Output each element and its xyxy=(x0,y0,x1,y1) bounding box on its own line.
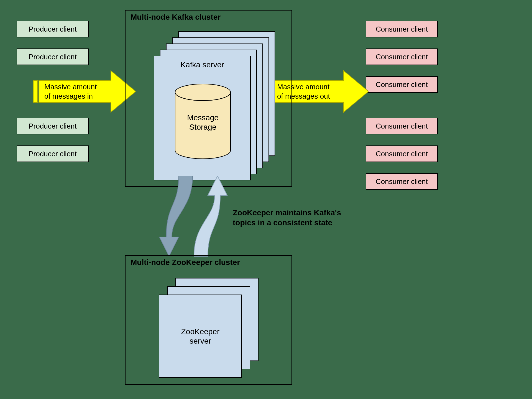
consumer-client-label: Consumer client xyxy=(376,80,428,89)
kafka-server-label: Kafka server xyxy=(154,60,250,69)
messages-in-arrow: Massive amountof messages in xyxy=(33,68,136,115)
zookeeper-cluster-title: Multi-node ZooKeeper cluster xyxy=(131,258,240,267)
message-storage-cylinder: MessageStorage xyxy=(172,83,233,160)
producer-client-label: Producer client xyxy=(29,122,76,131)
zookeeper-annotation: ZooKeeper maintains Kafka'stopics in a c… xyxy=(233,208,341,228)
producer-client-box: Producer client xyxy=(17,48,89,65)
consumer-client-box: Consumer client xyxy=(366,76,438,93)
kafka-cluster-box: Multi-node Kafka cluster Kafka server Me… xyxy=(125,10,292,187)
producer-client-box: Producer client xyxy=(17,145,89,162)
consumer-client-box: Consumer client xyxy=(366,173,438,190)
producer-client-label: Producer client xyxy=(29,25,76,34)
consumer-client-box: Consumer client xyxy=(366,48,438,65)
consumer-client-label: Consumer client xyxy=(376,53,428,61)
producer-client-box: Producer client xyxy=(17,118,89,134)
zookeeper-server-box: ZooKeeperserver xyxy=(159,295,242,378)
consumer-client-box: Consumer client xyxy=(366,118,438,134)
message-storage-label: MessageStorage xyxy=(172,113,233,132)
producer-client-label: Producer client xyxy=(29,150,76,158)
producer-client-box: Producer client xyxy=(17,21,89,37)
kafka-cluster-title: Multi-node Kafka cluster xyxy=(131,13,221,22)
consumer-client-box: Consumer client xyxy=(366,145,438,162)
consumer-client-label: Consumer client xyxy=(376,150,428,158)
kafka-server-box: Kafka server MessageStorage xyxy=(154,56,251,180)
zookeeper-cluster-box: Multi-node ZooKeeper cluster ZooKeeperse… xyxy=(125,255,292,385)
consumer-client-label: Consumer client xyxy=(376,177,428,186)
kafka-server-stack: Kafka server MessageStorage xyxy=(153,31,275,181)
producer-client-label: Producer client xyxy=(29,53,76,61)
zookeeper-server-stack: ZooKeeperserver xyxy=(159,278,264,380)
svg-point-0 xyxy=(175,84,231,101)
zookeeper-server-label: ZooKeeperserver xyxy=(159,327,241,346)
consumer-client-label: Consumer client xyxy=(376,25,428,34)
messages-in-label: Massive amountof messages in xyxy=(44,82,97,101)
consumer-client-box: Consumer client xyxy=(366,21,438,37)
consumer-client-label: Consumer client xyxy=(376,122,428,131)
